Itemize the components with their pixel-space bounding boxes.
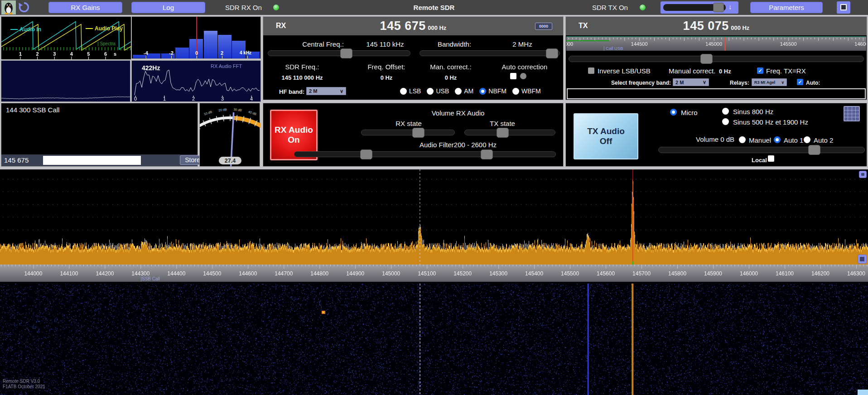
sinus800-label: Sinus 800 Hz (733, 108, 773, 116)
audio-filter-high-thumb[interactable] (481, 149, 493, 159)
app-title: Remote SDR (389, 4, 479, 11)
rx-gains-button[interactable]: RX Gains (48, 2, 122, 13)
rx-mode-radio-lsb[interactable] (400, 88, 407, 95)
tx-audio-toggle-button[interactable]: TX Audio Off (574, 113, 638, 159)
panadapter-spectrum[interactable] (0, 169, 868, 265)
tx-frequency-display: 145 075 000 Hz (566, 19, 867, 33)
bar-axis-tick (197, 56, 197, 58)
rx-state-slider-thumb[interactable] (412, 128, 424, 138)
spectrum-expand-icon[interactable] (859, 171, 867, 178)
select-band-dropdown[interactable]: 2 M (673, 78, 709, 86)
tx-panel: TX 145 075 000 Hz Inverse LSB/USB Manual… (565, 16, 867, 100)
bar-axis-tick (146, 56, 146, 58)
hf-band-dropdown[interactable]: 2 M (306, 87, 346, 95)
bandwidth-slider[interactable] (420, 50, 560, 56)
bandwidth-slider-thumb[interactable] (546, 48, 558, 58)
man-correct-value: 0 Hz (419, 74, 482, 81)
footer-line1: Remote SDR V3.0 (3, 379, 45, 384)
select-band-value: 2 M (675, 80, 684, 85)
fullscreen-button[interactable] (837, 1, 850, 14)
local-label: Local (752, 157, 767, 164)
rx-mode-label: WBFM (521, 87, 541, 95)
freq-offset-label: Freq. Offset: (355, 63, 418, 71)
log-button[interactable]: Log (131, 2, 205, 13)
central-freq-label: Central Freq.: (291, 40, 355, 48)
memory-current-freq: 145 675 (4, 156, 29, 164)
tx-freq-slider-thumb[interactable] (700, 54, 713, 64)
rx-mode-radio-wbfm[interactable] (512, 88, 519, 95)
rx-state-slider[interactable] (361, 130, 455, 135)
tx-volume-label: Volume 0 dB (696, 135, 734, 143)
tx-volume-slider[interactable] (658, 147, 865, 153)
tx-audio-btn-line2: Off (574, 136, 637, 146)
tx-frequency-scale[interactable] (566, 36, 866, 51)
sinus800-radio[interactable] (722, 108, 729, 115)
audio-play-swatch (86, 28, 93, 29)
refresh-icon[interactable] (18, 1, 30, 15)
frequency-ruler[interactable] (0, 265, 868, 282)
top-volume-thumb[interactable] (713, 3, 724, 12)
sdr-rx-on-label: SDR RX On (225, 4, 262, 11)
hf-band-value: 2 M (309, 88, 317, 94)
inverse-lsb-usb-checkbox[interactable] (588, 67, 594, 74)
sdr-freq-value: 145 110 000 Hz (270, 74, 334, 81)
spectrum-settings-icon[interactable] (858, 255, 867, 264)
relays-label: Relays: (730, 80, 749, 86)
rx-mode-radio-usb[interactable] (427, 88, 434, 95)
tx-manual-correct-value: 0 Hz (719, 68, 731, 75)
rx-audio-fft-panel: 422Hz RX Audio FFT (131, 60, 261, 102)
audio-filter-low-thumb[interactable] (360, 149, 372, 159)
fft-title: RX Audio FFT (211, 63, 242, 69)
memory-entry[interactable]: 144 300 SSB Call (6, 106, 59, 114)
tx-volume-slider-thumb[interactable] (808, 145, 820, 155)
scroll-corner[interactable] (858, 390, 868, 395)
rx-mode-radio-nbfm[interactable] (479, 88, 486, 95)
freq-offset-value: 0 Hz (355, 74, 418, 81)
auto2-radio[interactable] (804, 136, 810, 143)
bar-axis-label: -4 (140, 50, 151, 56)
tx-state-slider[interactable] (464, 130, 555, 135)
rx-on-led (273, 5, 279, 10)
tx-freq-slider[interactable] (569, 56, 864, 62)
audio-filter-value: 200 - 2600 Hz (454, 141, 497, 149)
spectra-legend: | Spectra (97, 41, 116, 46)
top-volume-slider[interactable]: ↓ (661, 1, 738, 14)
manuel-label: Manuel (749, 136, 771, 144)
central-freq-slider[interactable] (268, 50, 410, 56)
tx-message-strip (567, 88, 866, 99)
svg-text:27.4: 27.4 (225, 158, 236, 164)
freq-txrx-checkbox[interactable] (757, 67, 763, 74)
tx-manual-correct-label: Manual correct. (669, 67, 715, 75)
relays-dropdown[interactable]: R3 Mt Agel (752, 78, 787, 86)
svg-text:20 dB: 20 dB (218, 108, 227, 112)
rx-preset-button[interactable]: 0000 (535, 23, 552, 30)
rx-mode-radio-am[interactable] (455, 88, 462, 95)
svg-text:30 dB: 30 dB (233, 108, 242, 112)
bar-axis-tick (222, 56, 222, 58)
micro-radio[interactable] (670, 109, 677, 116)
waterfall[interactable] (0, 284, 868, 395)
rx-freq-sub: 000 Hz (428, 24, 446, 31)
audio-filter-label: Audio Filter200 - 2600 Hz (404, 141, 512, 149)
audio-filter-slider[interactable] (294, 151, 556, 157)
rx-state-label: RX state (377, 120, 440, 127)
bar-axis-unit: 4 kHz (240, 50, 251, 55)
audio-filter-text: Audio Filter (420, 141, 454, 149)
select-band-label: Select frequency band: (611, 80, 671, 86)
relays-auto-checkbox[interactable] (797, 79, 803, 85)
dtmf-keypad-icon[interactable] (844, 106, 860, 121)
parameters-button[interactable]: Parameters (750, 2, 823, 13)
local-checkbox[interactable] (768, 155, 774, 162)
tx-state-slider-thumb[interactable] (497, 128, 509, 138)
auto-correction-checkbox[interactable] (510, 73, 516, 79)
audio-in-swatch (10, 29, 18, 30)
bar-axis-label: 0 (191, 50, 202, 56)
fullscreen-icon (840, 4, 847, 10)
sinus500-radio[interactable] (722, 118, 729, 125)
memory-name-input[interactable] (43, 156, 141, 165)
auto1-radio[interactable] (774, 136, 781, 143)
bar-axis-label: 2 (217, 50, 227, 56)
bar-axis-tick (171, 56, 172, 58)
central-freq-slider-thumb[interactable] (340, 48, 352, 58)
manuel-radio[interactable] (739, 136, 746, 143)
